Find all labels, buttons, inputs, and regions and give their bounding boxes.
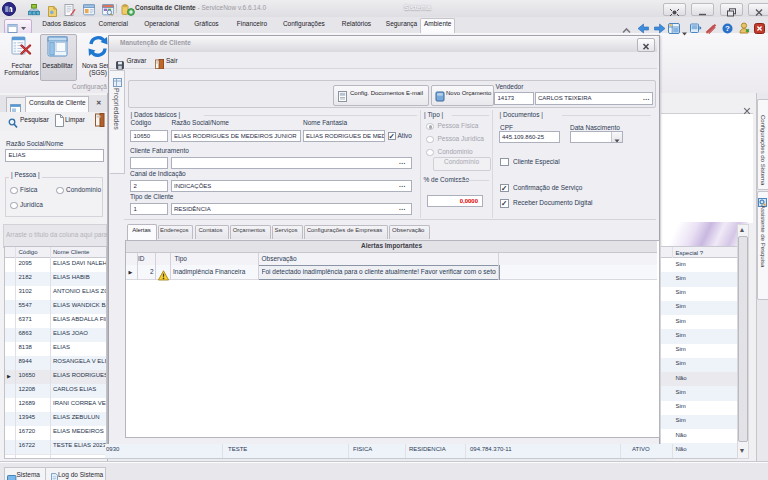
svg-text:?: ? bbox=[725, 24, 730, 33]
